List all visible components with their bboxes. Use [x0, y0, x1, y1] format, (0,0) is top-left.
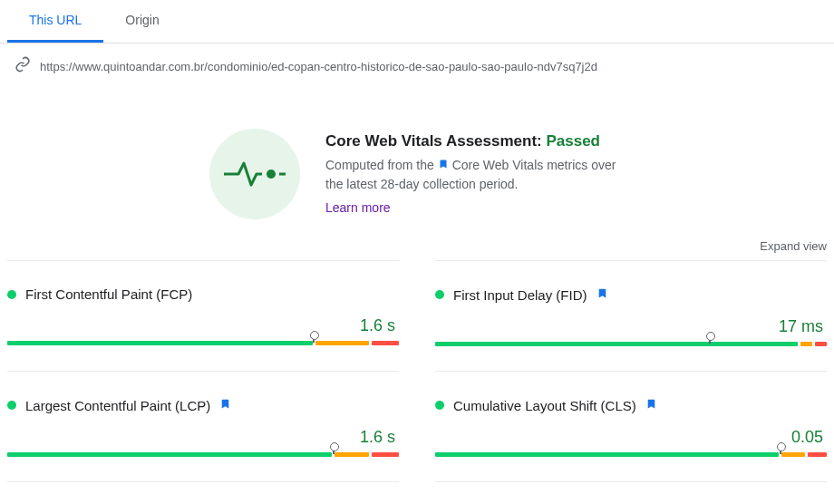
metric-header: Largest Contentful Paint (LCP): [7, 397, 399, 413]
url-row: https://www.quintoandar.com.br/condomini…: [0, 44, 834, 92]
bar-segment-needs-improvement: [315, 341, 370, 345]
bar-segment-good: [7, 452, 332, 457]
metric-bar: [435, 452, 827, 469]
bar-segment-good: [435, 342, 798, 346]
assessment-panel: Core Web Vitals Assessment: Passed Compu…: [0, 92, 834, 236]
status-dot: [7, 290, 16, 299]
tab-origin[interactable]: Origin: [103, 0, 180, 43]
metric-bar: [7, 341, 399, 357]
metric-name: First Input Delay (FID): [453, 287, 587, 303]
pulse-icon: [209, 129, 300, 219]
tab-this-url[interactable]: This URL: [7, 0, 103, 43]
status-dot: [435, 401, 444, 410]
bookmark-icon: [438, 158, 449, 172]
metric-header: First Contentful Paint (FCP): [7, 286, 399, 302]
metric-value: 17 ms: [435, 317, 827, 336]
metric-name: Cumulative Layout Shift (CLS): [453, 398, 636, 413]
metric-header: First Input Delay (FID): [435, 286, 827, 303]
learn-more-link[interactable]: Learn more: [325, 200, 391, 215]
divider: [435, 481, 827, 482]
metric-fcp: First Contentful Paint (FCP) 1.6 s: [7, 260, 399, 371]
bar-marker: [333, 447, 335, 454]
bar-segment-poor: [808, 452, 827, 457]
bar-segment-poor: [815, 342, 827, 346]
metric-value: 1.6 s: [7, 428, 399, 447]
metric-lcp: Largest Contentful Paint (LCP) 1.6 s: [7, 371, 399, 481]
metric-cls: Cumulative Layout Shift (CLS) 0.05: [435, 371, 827, 481]
bar-segment-good: [435, 452, 779, 457]
bookmark-icon: [219, 397, 231, 413]
svg-point-0: [267, 170, 276, 179]
assessment-title-prefix: Core Web Vitals Assessment:: [325, 132, 546, 150]
bar-marker: [780, 447, 781, 454]
bar-segment-needs-improvement: [800, 342, 812, 346]
assessment-title: Core Web Vitals Assessment: Passed: [325, 132, 625, 150]
metrics-grid: First Contentful Paint (FCP) 1.6 s First…: [0, 260, 834, 482]
metric-fid: First Input Delay (FID) 17 ms: [435, 260, 827, 371]
bar-segment-poor: [372, 452, 399, 457]
status-dot: [435, 290, 444, 299]
status-dot: [7, 401, 16, 410]
url-text: https://www.quintoandar.com.br/condomini…: [40, 60, 597, 73]
metric-value: 0.05: [435, 428, 827, 447]
bar-segment-poor: [372, 341, 399, 345]
link-icon: [15, 56, 31, 76]
divider: [7, 481, 399, 482]
desc-cwv: Core Web Vitals metrics: [452, 158, 588, 172]
metric-value: 1.6 s: [7, 316, 399, 335]
metric-name: Largest Contentful Paint (LCP): [25, 398, 210, 413]
bar-marker: [313, 335, 315, 343]
bar-segment-needs-improvement: [781, 452, 805, 457]
assessment-text: Core Web Vitals Assessment: Passed Compu…: [325, 132, 625, 217]
bar-segment-good: [7, 341, 313, 345]
tabs-bar: This URL Origin: [0, 0, 834, 44]
assessment-status: Passed: [546, 132, 600, 150]
bookmark-icon: [645, 397, 657, 413]
metric-name: First Contentful Paint (FCP): [25, 286, 192, 302]
expand-view-button[interactable]: Expand view: [0, 236, 834, 253]
bar-marker: [709, 336, 711, 344]
metric-header: Cumulative Layout Shift (CLS): [435, 397, 827, 413]
desc-prefix: Computed from the: [325, 158, 438, 172]
bar-segment-needs-improvement: [335, 452, 369, 457]
bookmark-icon: [596, 286, 608, 303]
metric-bar: [435, 342, 827, 358]
assessment-description: Computed from the Core Web Vitals metric…: [325, 156, 625, 195]
metric-bar: [7, 452, 399, 469]
